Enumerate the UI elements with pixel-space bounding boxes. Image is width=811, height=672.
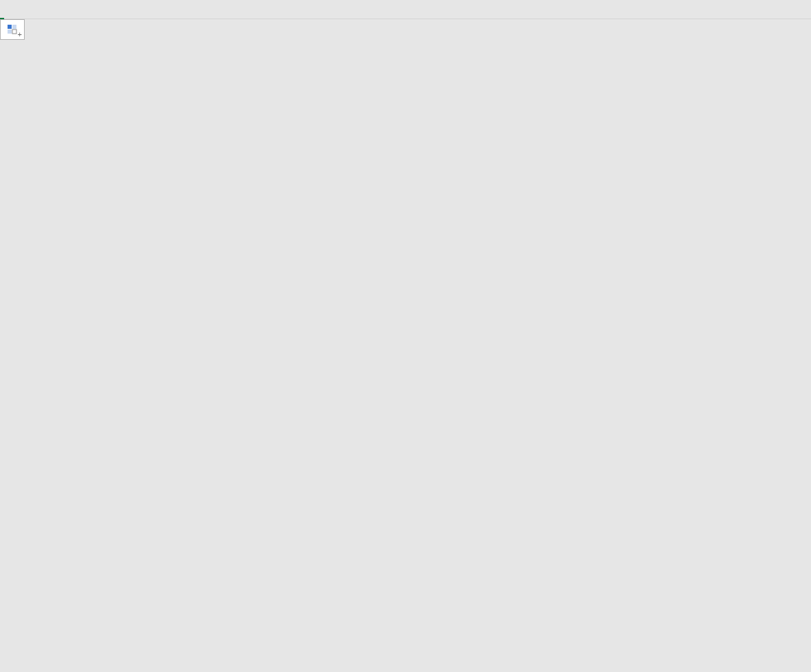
paste-options-icon bbox=[7, 24, 18, 35]
svg-rect-1 bbox=[12, 25, 16, 29]
formula-bar-area bbox=[0, 0, 811, 19]
paste-options-button[interactable] bbox=[0, 19, 25, 40]
svg-rect-2 bbox=[8, 30, 12, 34]
svg-rect-0 bbox=[8, 25, 12, 29]
svg-rect-3 bbox=[12, 30, 16, 34]
